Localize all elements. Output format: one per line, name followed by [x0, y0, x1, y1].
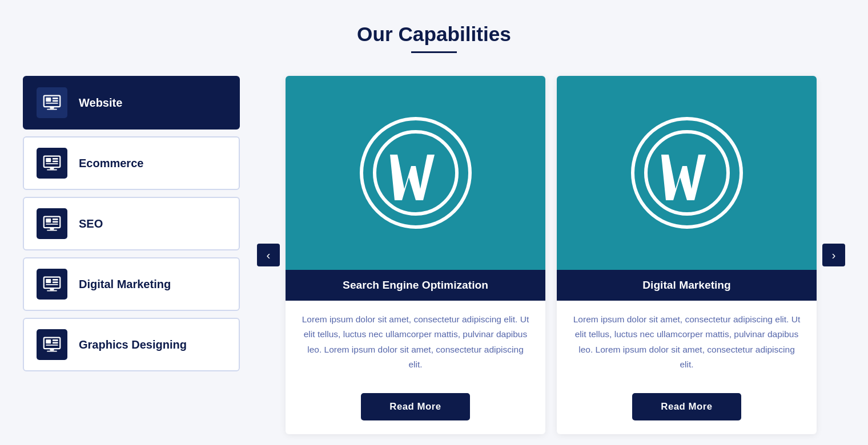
seo-icon — [37, 208, 67, 239]
card-digital-marketing-footer: Read More — [557, 384, 817, 434]
sidebar-label-digital-marketing: Digital Marketing — [79, 278, 171, 291]
sidebar-item-seo[interactable]: SEO — [23, 197, 240, 250]
sidebar-label-ecommerce: Ecommerce — [79, 157, 143, 170]
wordpress-logo-1 — [359, 116, 473, 230]
cards-container: Search Engine Optimization Lorem ipsum d… — [280, 76, 822, 434]
cards-area: ‹ Search Engine Optimizatio — [257, 76, 845, 434]
wordpress-logo-2 — [630, 116, 744, 230]
svg-rect-9 — [53, 158, 58, 160]
svg-rect-29 — [46, 339, 51, 343]
svg-marker-37 — [390, 155, 435, 200]
sidebar-label-website: Website — [79, 96, 122, 110]
svg-rect-1 — [46, 98, 51, 102]
graphics-designing-icon — [37, 329, 67, 360]
website-icon — [37, 87, 67, 118]
section-title: Our Capabilities — [357, 23, 511, 46]
card-digital-marketing-body: Lorem ipsum dolor sit amet, consectetur … — [557, 301, 817, 384]
svg-rect-24 — [53, 282, 58, 284]
sidebar-label-seo: SEO — [79, 217, 103, 230]
carousel-prev-button[interactable]: ‹ — [257, 244, 280, 266]
svg-rect-19 — [50, 228, 54, 230]
title-underline — [411, 51, 457, 53]
svg-rect-11 — [46, 163, 58, 164]
svg-rect-25 — [46, 284, 58, 285]
card-digital-marketing-image — [557, 76, 817, 270]
svg-rect-6 — [47, 109, 57, 110]
capabilities-layout: Website Ecommerce — [23, 76, 845, 434]
svg-marker-40 — [661, 155, 706, 200]
svg-rect-12 — [50, 167, 54, 169]
svg-rect-31 — [53, 342, 58, 344]
card-seo-read-more-button[interactable]: Read More — [361, 393, 469, 420]
svg-rect-10 — [53, 161, 58, 163]
sidebar-item-ecommerce[interactable]: Ecommerce — [23, 136, 240, 190]
svg-rect-32 — [46, 345, 58, 346]
sidebar-label-graphics-designing: Graphics Designing — [79, 338, 187, 351]
card-seo-title: Search Engine Optimization — [343, 279, 488, 291]
sidebar-item-website[interactable]: Website — [23, 76, 240, 130]
svg-rect-17 — [53, 221, 58, 223]
svg-rect-4 — [46, 103, 58, 104]
svg-rect-2 — [53, 98, 58, 99]
svg-rect-5 — [50, 107, 54, 109]
svg-rect-15 — [46, 219, 51, 222]
digital-marketing-icon — [37, 269, 67, 300]
svg-rect-22 — [46, 279, 51, 283]
card-digital-marketing-title: Digital Marketing — [642, 279, 731, 291]
card-digital-marketing: Digital Marketing Lorem ipsum dolor sit … — [557, 76, 817, 434]
svg-rect-33 — [50, 349, 54, 351]
carousel-next-button[interactable]: › — [822, 244, 845, 266]
svg-rect-26 — [50, 288, 54, 290]
card-seo: Search Engine Optimization Lorem ipsum d… — [286, 76, 545, 434]
svg-rect-27 — [47, 290, 57, 292]
card-seo-image — [286, 76, 545, 270]
svg-rect-13 — [47, 169, 57, 171]
card-seo-footer: Read More — [286, 384, 545, 434]
card-digital-marketing-title-bar: Digital Marketing — [557, 270, 817, 301]
svg-rect-8 — [46, 158, 51, 162]
card-seo-title-bar: Search Engine Optimization — [286, 270, 545, 301]
sidebar: Website Ecommerce — [23, 76, 240, 371]
svg-rect-16 — [53, 219, 58, 220]
svg-rect-30 — [53, 339, 58, 341]
svg-rect-20 — [47, 230, 57, 231]
svg-rect-18 — [46, 224, 58, 225]
ecommerce-icon — [37, 148, 67, 179]
svg-rect-34 — [47, 351, 57, 352]
svg-rect-23 — [53, 279, 58, 281]
sidebar-item-digital-marketing[interactable]: Digital Marketing — [23, 257, 240, 311]
card-digital-marketing-read-more-button[interactable]: Read More — [632, 393, 741, 420]
section-title-wrap: Our Capabilities — [357, 23, 511, 53]
sidebar-item-graphics-designing[interactable]: Graphics Designing — [23, 318, 240, 371]
card-seo-body: Lorem ipsum dolor sit amet, consectetur … — [286, 301, 545, 384]
svg-rect-3 — [53, 100, 58, 102]
